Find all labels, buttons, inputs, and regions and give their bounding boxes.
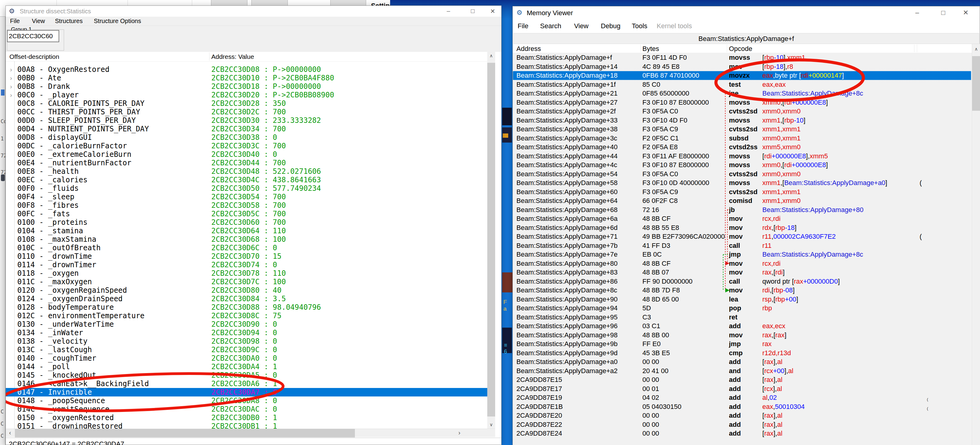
close-icon[interactable]: ✕ [957, 6, 975, 17]
disassembly-row[interactable]: Beam:Statistics:ApplyDamage+7b41 FF D3ca… [513, 241, 971, 250]
structure-row[interactable]: 0145 - _knockedOut2CB2CC30DA5 : 0 [6, 371, 487, 380]
scroll-up-icon[interactable]: ∧ [972, 46, 980, 52]
structure-row[interactable]: 00D4 - NUTRIENT_POINTS_PER_DAY2CB2CC30D3… [6, 125, 487, 133]
structure-list[interactable]: ›00A8 - OxygenRestored2CB2CC30D08 : P->0… [6, 62, 487, 429]
titlebar[interactable]: ⚙ Memory Viewer – □ ✕ [513, 6, 980, 20]
scrollbar-thumb[interactable] [15, 429, 355, 437]
structure-row[interactable]: 0110 - _drownTime2CB2CC30D70 : 15 [6, 252, 487, 261]
structure-row[interactable]: 0100 - _proteins2CB2CC30D60 : 700 [6, 218, 487, 226]
menu-structure-options[interactable]: Structure Options [94, 17, 141, 25]
list-column-header[interactable]: Offset-description Address: Value [6, 52, 493, 62]
disassembly-row[interactable]: Beam:Statistics:ApplyDamage+a000 00add[r… [513, 357, 971, 366]
structure-row[interactable]: 0147 - Invincible2CB2CC30DA7 : 0 [6, 388, 487, 396]
structure-row[interactable]: 00E8 - _health2CB2CC30D48 : 522.0271606 [6, 167, 487, 176]
scrollbar-thumb[interactable] [972, 56, 980, 111]
structure-row[interactable]: ›00A8 - OxygenRestored2CB2CC30D08 : P->0… [6, 65, 487, 74]
disassembly-row[interactable]: Beam:Statistics:ApplyDamage+7eEB 0CjmpBe… [513, 250, 971, 259]
disassembly-row[interactable]: Beam:Statistics:ApplyDamage+945Dpoprbp [513, 304, 971, 313]
structure-row[interactable]: ›00C0 - _player2CB2CC30D20 : P->2CB0BB08… [6, 91, 487, 99]
structure-row[interactable]: 00DC - _calorieBurnFactor2CB2CC30D3C : 7… [6, 142, 487, 150]
disassembly-row[interactable]: Beam:Statistics:ApplyDamage+9848 8B 00mo… [513, 331, 971, 340]
expand-icon[interactable]: › [10, 65, 12, 74]
scroll-down-icon[interactable]: ∨ [487, 421, 495, 429]
structure-row[interactable]: 0151 - _drowningRestored2CB2CC30DB1 : 1 [6, 422, 487, 429]
menu-debug[interactable]: Debug [601, 22, 620, 30]
expand-icon[interactable]: › [10, 82, 12, 91]
structure-row[interactable]: 00F8 - _fibres2CB2CC30D58 : 700 [6, 201, 487, 210]
vertical-scrollbar[interactable]: ∧ ∨ [487, 52, 495, 429]
menu-file[interactable]: File [518, 22, 528, 30]
disassembly-row[interactable]: 2CA9DD87E1B05 04030150addeax,50010304( [513, 402, 971, 411]
disassembly-row[interactable]: Beam:Statistics:ApplyDamage+9048 8D 65 0… [513, 295, 971, 304]
structure-row[interactable]: 00CC - THIRST_POINTS_PER_DAY2CB2CC30D2C … [6, 108, 487, 116]
structure-row[interactable]: 0140 - _coughTimer2CB2CC30DA0 : 0 [6, 354, 487, 363]
disassembly-row[interactable]: Beam:Statistics:ApplyDamage+9603 C1addea… [513, 321, 971, 331]
disassembly-row[interactable]: Beam:Statistics:ApplyDamage+27F3 0F10 87… [513, 98, 971, 107]
structure-row[interactable]: 00EC - _calories2CB2CC30D4C : 438.864166… [6, 176, 487, 184]
menu-search[interactable]: Search [540, 22, 562, 30]
menu-view[interactable]: View [32, 17, 45, 25]
structure-row[interactable]: 010C - _outOfBreath2CB2CC30D6C : 0 [6, 244, 487, 252]
disassembly-row[interactable]: Beam:Statistics:ApplyDamage+3cF2 0F5C C1… [513, 134, 971, 143]
disassembly-row[interactable]: Beam:Statistics:ApplyDamage+210F85 65000… [513, 89, 971, 98]
structure-row[interactable]: 0146 - <canEat>k__BackingField2CB2CC30DA… [6, 380, 487, 388]
structure-row[interactable]: 0130 - _underWaterTime2CB2CC30D90 : 0 [6, 320, 487, 328]
disassembly-row[interactable]: Beam:Statistics:ApplyDamage+40F2 0F5A E8… [513, 143, 971, 152]
disassembly-row[interactable]: Beam:Statistics:ApplyDamage+44F3 0F11 AF… [513, 152, 971, 161]
disassembly-row[interactable]: Beam:Statistics:ApplyDamage+2fF3 0F5A C0… [513, 107, 971, 116]
structure-row[interactable]: 0138 - _velocity2CB2CC30D98 : 0 [6, 337, 487, 345]
structure-row[interactable]: 011C - _maxOxygen2CB2CC30D7C : 100 [6, 277, 487, 286]
structure-row[interactable]: 0120 - _oxygenRegainSpeed2CB2CC30D80 : 4… [6, 286, 487, 295]
disassembly-row[interactable]: Beam:Statistics:ApplyDamage+6466 0F2F C8… [513, 196, 971, 205]
disassembly-row[interactable]: Beam:Statistics:ApplyDamage+8348 8B 07mo… [513, 268, 971, 277]
structure-row[interactable]: 0104 - _stamina2CB2CC30D64 : 110 [6, 226, 487, 235]
structure-row[interactable]: 0124 - _oxygenDrainSpeed2CB2CC30D84 : 3.… [6, 295, 487, 303]
maximize-button[interactable]: □ [934, 6, 952, 17]
structure-row[interactable]: 0148 - _poopSequence2CB2CC30DA8 : 0 [6, 396, 487, 405]
disassembly-row[interactable]: Beam:Statistics:ApplyDamage+6d48 8B 55 E… [513, 223, 971, 232]
structure-row[interactable]: 00E4 - _nutrientBurnFactor2CB2CC30D44 : … [6, 158, 487, 167]
horizontal-scrollbar[interactable]: ‹ › [6, 429, 495, 437]
structure-row[interactable]: 0150 - _oxygenRestored2CB2CC30DB0 : 1 [6, 413, 487, 422]
disassembly-row[interactable]: Beam:Statistics:ApplyDamage+6a48 8B CFmo… [513, 214, 971, 223]
disassembly-row[interactable]: Beam:Statistics:ApplyDamage+33F3 0F10 4D… [513, 116, 971, 125]
structure-row[interactable]: ›00B0 - Ate2CB2CC30D10 : P->2CB0BA4F880 [6, 74, 487, 82]
structure-row[interactable]: 0118 - _oxygen2CB2CC30D78 : 110 [6, 269, 487, 277]
disassembly-row[interactable]: Beam:Statistics:ApplyDamage+fF3 0F11 4D … [513, 53, 971, 62]
structure-row[interactable]: 014C - _vomitSequence2CB2CC30DAC : 0 [6, 405, 487, 413]
disassembly-list[interactable]: Beam:Statistics:ApplyDamage+fF3 0F11 4D … [513, 53, 972, 445]
disassembly-row[interactable]: 2CA9DD87E2200 00add[rax],al [513, 420, 971, 429]
maximize-button[interactable]: □ [464, 6, 482, 14]
menu-structures[interactable]: Structures [55, 17, 83, 25]
structure-row[interactable]: 012C - environmentTemperature2CB2CC30D8C… [6, 312, 487, 320]
scroll-right-icon[interactable]: › [455, 429, 464, 437]
structure-row[interactable]: 00D0 - SLEEP_POINTS_PER_DAY2CB2CC30D30 :… [6, 116, 487, 125]
structure-row[interactable]: 00E0 - _extremeCalorieBurn2CB2CC30D40 : … [6, 150, 487, 158]
structure-row[interactable]: 0108 - _maxStamina2CB2CC30D68 : 100 [6, 235, 487, 244]
disassembly-row[interactable]: Beam:Statistics:ApplyDamage+54F3 0F5A C0… [513, 169, 971, 179]
structure-row[interactable]: 00C8 - CALORIE_POINTS_PER_DAY2CB2CC30D28… [6, 99, 487, 108]
disassembly-row[interactable]: Beam:Statistics:ApplyDamage+180FB6 87 47… [513, 71, 971, 80]
disassembly-row[interactable]: Beam:Statistics:ApplyDamage+4cF3 0F10 87… [513, 160, 971, 169]
disassembly-column-header[interactable]: Address Bytes Opcode [513, 44, 972, 53]
minimize-button[interactable]: – [908, 6, 926, 17]
structure-row[interactable]: 00FC - _fats2CB2CC30D5C : 700 [6, 210, 487, 218]
structure-row[interactable]: 00F4 - _sleep2CB2CC30D54 : 700 [6, 193, 487, 201]
close-icon[interactable]: ✕ [484, 6, 502, 15]
disassembly-row[interactable]: Beam:Statistics:ApplyDamage+38F3 0F5A C9… [513, 125, 971, 134]
menu-tools[interactable]: Tools [632, 22, 647, 30]
structure-row[interactable]: ›00B8 - Drank2CB2CC30D18 : P->00000000 [6, 82, 487, 91]
disassembly-row[interactable]: Beam:Statistics:ApplyDamage+9d45 3B E5cm… [513, 348, 971, 358]
vertical-scrollbar[interactable]: ∧ [972, 44, 980, 445]
minimize-button[interactable]: – [439, 6, 458, 14]
disassembly-row[interactable]: 2CA9DD87E2400 00add[rax],al [513, 429, 971, 438]
structure-row[interactable]: 0128 - bodyTemperature2CB2CC30D88 : 98.0… [6, 303, 487, 312]
disassembly-row[interactable]: Beam:Statistics:ApplyDamage+1f85 C0teste… [513, 80, 971, 89]
scrollbar-thumb[interactable] [487, 63, 495, 416]
structure-row[interactable]: 0114 - _drownTimer2CB2CC30D74 : 0 [6, 261, 487, 269]
disassembly-row[interactable]: Beam:Statistics:ApplyDamage+8c48 8B 7D F… [513, 286, 971, 295]
disassembly-row[interactable]: 2CA9DD87E1904 02addal,02( [513, 393, 971, 402]
disassembly-row[interactable]: Beam:Statistics:ApplyDamage+60F3 0F5A C9… [513, 187, 971, 196]
expand-icon[interactable]: › [10, 74, 12, 82]
expand-icon[interactable]: › [10, 91, 12, 99]
